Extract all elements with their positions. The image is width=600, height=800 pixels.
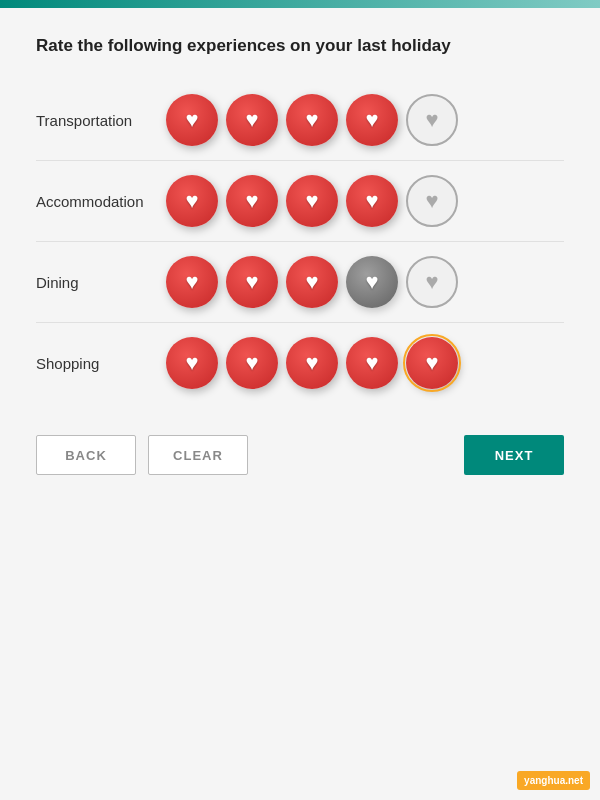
heart-dining-5[interactable]: ♥ Excellent (406, 256, 458, 308)
heart-icon: ♥ (365, 190, 378, 212)
heart-icon-empty: ♥ (425, 271, 438, 293)
heart-icon: ♥ (365, 109, 378, 131)
heart-icon: ♥ (425, 352, 438, 374)
heart-icon: ♥ (245, 271, 258, 293)
heart-icon: ♥ (245, 190, 258, 212)
heart-icon: ♥ (365, 352, 378, 374)
row-label-dining: Dining (36, 274, 166, 291)
heart-icon-empty: ♥ (425, 109, 438, 131)
heart-icon-empty: ♥ (425, 190, 438, 212)
heart-icon: ♥ (245, 352, 258, 374)
heart-shopping-4[interactable]: ♥ (346, 337, 398, 389)
heart-transportation-3[interactable]: ♥ (286, 94, 338, 146)
heart-shopping-1[interactable]: ♥ (166, 337, 218, 389)
heart-accommodation-1[interactable]: ♥ (166, 175, 218, 227)
heart-icon: ♥ (185, 271, 198, 293)
heart-shopping-2[interactable]: ♥ (226, 337, 278, 389)
heart-accommodation-4[interactable]: ♥ (346, 175, 398, 227)
heart-icon: ♥ (305, 190, 318, 212)
stars-transportation: ♥ ♥ ♥ ♥ ♥ (166, 94, 458, 146)
heart-icon: ♥ (185, 109, 198, 131)
watermark: yanghua.net (517, 771, 590, 790)
row-label-transportation: Transportation (36, 112, 166, 129)
heart-dining-1[interactable]: ♥ (166, 256, 218, 308)
rating-row-shopping: Shopping ♥ ♥ ♥ ♥ ♥ (36, 323, 564, 403)
top-bar (0, 0, 600, 8)
next-button[interactable]: NEXT (464, 435, 564, 475)
rating-row-accommodation: Accommodation ♥ ♥ ♥ ♥ ♥ (36, 161, 564, 242)
clear-button[interactable]: CLEAR (148, 435, 248, 475)
question-title: Rate the following experiences on your l… (36, 36, 564, 56)
heart-icon: ♥ (305, 109, 318, 131)
heart-transportation-2[interactable]: ♥ (226, 94, 278, 146)
heart-shopping-3[interactable]: ♥ (286, 337, 338, 389)
heart-accommodation-3[interactable]: ♥ (286, 175, 338, 227)
heart-dining-4[interactable]: ♥ (346, 256, 398, 308)
heart-shopping-5[interactable]: ♥ (406, 337, 458, 389)
buttons-row: BACK CLEAR NEXT (36, 435, 564, 475)
main-content: Rate the following experiences on your l… (0, 8, 600, 475)
heart-dining-2[interactable]: ♥ (226, 256, 278, 308)
heart-icon: ♥ (305, 352, 318, 374)
heart-icon: ♥ (365, 271, 378, 293)
heart-transportation-4[interactable]: ♥ (346, 94, 398, 146)
heart-icon: ♥ (185, 352, 198, 374)
heart-icon: ♥ (305, 271, 318, 293)
heart-transportation-1[interactable]: ♥ (166, 94, 218, 146)
stars-accommodation: ♥ ♥ ♥ ♥ ♥ (166, 175, 458, 227)
heart-icon: ♥ (245, 109, 258, 131)
heart-accommodation-2[interactable]: ♥ (226, 175, 278, 227)
heart-accommodation-5[interactable]: ♥ (406, 175, 458, 227)
stars-shopping: ♥ ♥ ♥ ♥ ♥ (166, 337, 458, 389)
row-label-accommodation: Accommodation (36, 193, 166, 210)
row-label-shopping: Shopping (36, 355, 166, 372)
rating-row-dining: Dining ♥ ♥ ♥ ♥ ♥ Excellent (36, 242, 564, 323)
heart-transportation-5[interactable]: ♥ (406, 94, 458, 146)
heart-icon: ♥ (185, 190, 198, 212)
back-button[interactable]: BACK (36, 435, 136, 475)
heart-dining-3[interactable]: ♥ (286, 256, 338, 308)
rating-row-transportation: Transportation ♥ ♥ ♥ ♥ ♥ (36, 80, 564, 161)
stars-dining: ♥ ♥ ♥ ♥ ♥ Excellent (166, 256, 458, 308)
